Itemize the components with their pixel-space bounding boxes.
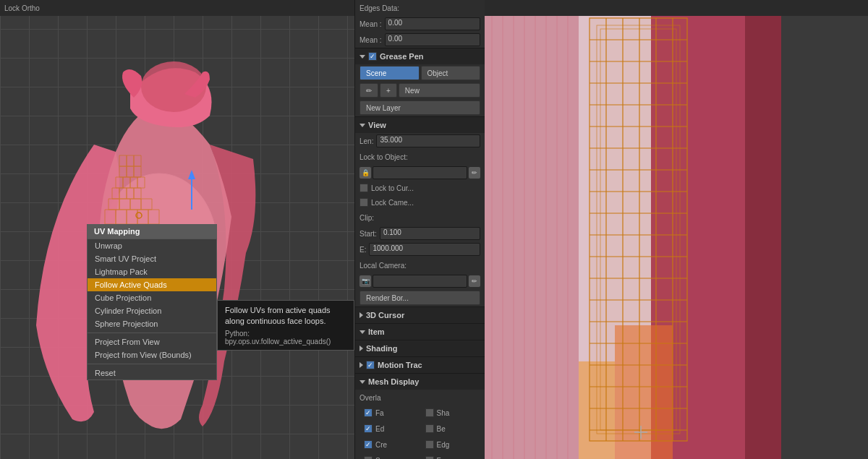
- motion-trac-header[interactable]: ✓ Motion Trac: [355, 357, 485, 373]
- be-checkbox[interactable]: [425, 424, 434, 433]
- cre-label: Cre: [375, 441, 387, 449]
- view-section: View Len: 35.000 Lock to Object: 🔒 ✏ Loc…: [355, 117, 485, 307]
- se-label: Se: [375, 457, 384, 460]
- shading-triangle: [359, 346, 363, 351]
- grease-pen-triangle: [359, 55, 365, 59]
- pencil-button[interactable]: ✏: [359, 83, 378, 98]
- clip-label: Clip:: [359, 214, 374, 222]
- overla-label: Overla: [359, 394, 380, 402]
- menu-item-smart-uv[interactable]: Smart UV Project: [88, 252, 216, 265]
- end-label: E:: [359, 246, 366, 254]
- shading-header[interactable]: Shading: [355, 340, 485, 356]
- edges-data-section: Edges Data: Mean : 0.00 Mean : 0.00: [355, 0, 485, 48]
- shading-label: Shading: [366, 344, 397, 353]
- start-label: Start:: [359, 230, 377, 238]
- mean-label-1: Mean :: [359, 20, 382, 28]
- right-panel: Edges Data: Mean : 0.00 Mean : 0.00 ✓ Gr…: [354, 0, 485, 459]
- mesh-triangle: [359, 380, 365, 384]
- menu-item-cube[interactable]: Cube Projection: [88, 291, 216, 304]
- fa-row: ✓ Fa: [359, 406, 420, 420]
- fac-row: Fac: [421, 453, 481, 459]
- be-row: Be: [421, 421, 481, 436]
- ed-label: Ed: [375, 425, 384, 433]
- menu-item-project-view[interactable]: Project From View: [88, 335, 216, 348]
- view-triangle: [359, 124, 365, 127]
- context-menu-header: UV Mapping: [87, 224, 217, 239]
- uv-header: [485, 0, 868, 16]
- lock-cam-label: Lock Came...: [371, 199, 414, 207]
- tooltip-title: Follow UVs from active quads along conti…: [225, 305, 346, 327]
- object-button[interactable]: Object: [421, 66, 481, 80]
- cre-checkbox[interactable]: ✓: [364, 440, 373, 449]
- fa-checkbox[interactable]: ✓: [364, 408, 373, 417]
- viewport-uv[interactable]: [485, 0, 868, 459]
- ed-row: ✓ Ed: [359, 421, 420, 436]
- cursor-triangle: [359, 312, 363, 318]
- menu-item-unwrap[interactable]: Unwrap: [88, 239, 216, 252]
- se-row: Se: [359, 453, 420, 459]
- mean-value-2[interactable]: 0.00: [385, 33, 480, 46]
- grease-pen-section: ✓ Grease Pen Scene Object ✏ + New New La…: [355, 48, 485, 117]
- tooltip: Follow UVs from active quads along conti…: [217, 300, 354, 351]
- cursor-section: 3D Cursor: [355, 307, 485, 324]
- motion-label: Motion Trac: [378, 361, 422, 369]
- fac-checkbox[interactable]: [425, 456, 434, 459]
- menu-item-reset[interactable]: Reset: [88, 366, 216, 379]
- menu-separator-1: [88, 333, 216, 333]
- edg-label: Edg: [437, 441, 450, 449]
- camera-value[interactable]: [373, 275, 467, 288]
- ed-checkbox[interactable]: ✓: [364, 424, 373, 433]
- start-value[interactable]: 0.100: [380, 227, 480, 240]
- grease-pen-header[interactable]: ✓ Grease Pen: [355, 48, 485, 64]
- se-checkbox[interactable]: [364, 456, 373, 459]
- view-header[interactable]: View: [355, 117, 485, 133]
- cursor-header[interactable]: 3D Cursor: [355, 307, 485, 323]
- new-button[interactable]: New: [399, 83, 480, 98]
- new-layer-button[interactable]: New Layer: [359, 100, 480, 115]
- uv-background-svg: [485, 0, 868, 459]
- local-camera-label: Local Camera:: [359, 262, 407, 270]
- uv-mapping-context-menu: UV Mapping Unwrap Smart UV Project Light…: [87, 224, 217, 380]
- motion-checkbox[interactable]: ✓: [366, 361, 375, 369]
- mesh-display-header[interactable]: Mesh Display: [355, 374, 485, 390]
- end-value[interactable]: 1000.000: [369, 243, 480, 256]
- context-menu-body[interactable]: Unwrap Smart UV Project Lightmap Pack Fo…: [87, 239, 217, 380]
- camera-icon: 📷: [359, 275, 371, 287]
- menu-item-lightmap[interactable]: Lightmap Pack: [88, 265, 216, 278]
- edg-checkbox[interactable]: [425, 440, 434, 449]
- menu-item-project-view-bounds[interactable]: Project from View (Bounds): [88, 348, 216, 361]
- new-buttons-row: ✏ + New: [355, 82, 485, 99]
- svg-rect-6: [485, 0, 579, 459]
- viewport-3d[interactable]: Lock Ortho: [0, 0, 354, 459]
- edit-icon[interactable]: ✏: [469, 167, 480, 179]
- lock-cam-checkbox[interactable]: [359, 198, 368, 207]
- mean-label-2: Mean :: [359, 36, 382, 44]
- lock-value[interactable]: [373, 166, 467, 179]
- cre-row: ✓ Cre: [359, 437, 420, 452]
- item-header[interactable]: Item: [355, 324, 485, 340]
- len-value[interactable]: 35.000: [376, 134, 480, 147]
- sha-checkbox[interactable]: [425, 408, 434, 417]
- plus-button[interactable]: +: [380, 83, 397, 98]
- camera-edit-icon[interactable]: ✏: [469, 275, 480, 287]
- sha-row: Sha: [421, 406, 481, 420]
- edges-data-label: Edges Data:: [359, 4, 399, 12]
- item-label: Item: [368, 327, 385, 336]
- cursor-label: 3D Cursor: [366, 311, 404, 319]
- grease-pen-checkbox[interactable]: ✓: [368, 52, 377, 61]
- lock-cur-checkbox[interactable]: [359, 184, 368, 192]
- render-bor-button[interactable]: Render Bor...: [359, 291, 480, 305]
- mesh-display-label: Mesh Display: [368, 377, 419, 386]
- len-label: Len:: [359, 137, 373, 145]
- mean-value-1[interactable]: 0.00: [385, 17, 480, 30]
- sha-label: Sha: [437, 409, 450, 417]
- shading-section: Shading: [355, 340, 485, 357]
- lock-icon: 🔒: [359, 167, 371, 179]
- lock-to-object-label: Lock to Object:: [359, 153, 408, 161]
- be-label: Be: [437, 425, 446, 433]
- menu-item-cylinder[interactable]: Cylinder Projection: [88, 304, 216, 317]
- scene-button[interactable]: Scene: [359, 66, 420, 80]
- menu-item-follow-active[interactable]: Follow Active Quads: [88, 278, 216, 291]
- edg-row: Edg: [421, 437, 481, 452]
- menu-item-sphere[interactable]: Sphere Projection: [88, 317, 216, 330]
